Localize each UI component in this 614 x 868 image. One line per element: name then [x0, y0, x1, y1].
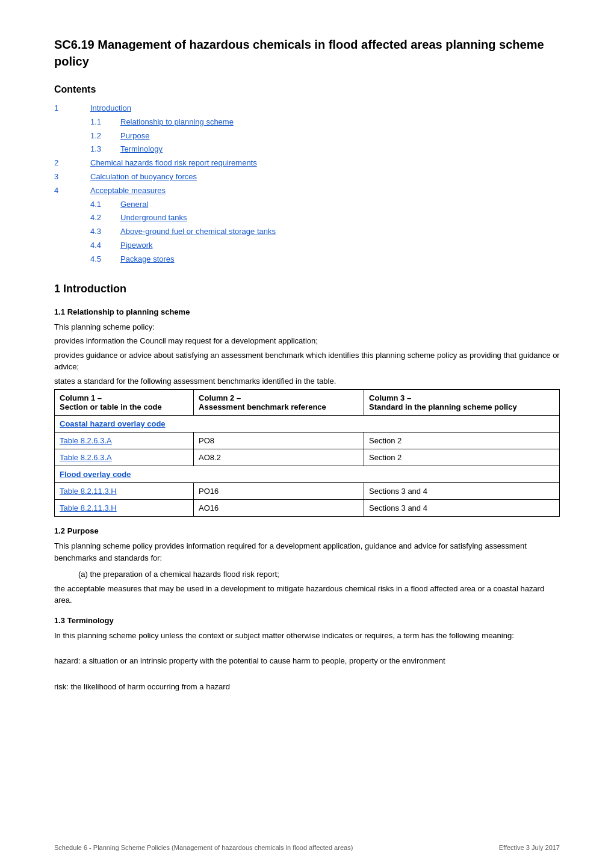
toc-num: 4	[54, 185, 90, 197]
table-cell-col3: Section 2	[364, 432, 560, 449]
subsection-1-1-heading: 1.1 Relationship to planning scheme	[54, 307, 560, 316]
para-1-3-3: risk: the likelihood of harm occurring f…	[54, 681, 560, 693]
footer-right: Effective 3 July 2017	[499, 844, 560, 851]
toc-item[interactable]: 4Acceptable measures	[54, 185, 560, 197]
subsection-1-3-heading: 1.3 Terminology	[54, 616, 560, 625]
para-1-1-1: This planning scheme policy:	[54, 321, 560, 333]
toc-num: 1	[54, 102, 90, 115]
section-1-heading: 1 Introduction	[54, 283, 560, 295]
document-title: SC6.19 Management of hazardous chemicals…	[54, 36, 560, 70]
para-1-1-3: provides guidance or advice about satisf…	[54, 349, 560, 373]
table-cell-col3: Sections 3 and 4	[364, 500, 560, 517]
table-section-label[interactable]: Flood overlay code	[55, 466, 560, 483]
para-1-2-1: This planning scheme policy provides inf…	[54, 540, 560, 564]
toc-sub-link[interactable]: General	[120, 199, 148, 211]
toc-sub-link[interactable]: Relationship to planning scheme	[120, 116, 234, 129]
toc-sub-num: 1.2	[90, 130, 120, 143]
para-1-1-4: states a standard for the following asse…	[54, 375, 560, 387]
table-cell-col2: AO16	[194, 500, 364, 517]
toc-sub-num: 4.5	[90, 253, 120, 266]
table-cell-col1[interactable]: Table 8.2.11.3.H	[55, 500, 194, 517]
table-cell-col3: Sections 3 and 4	[364, 483, 560, 500]
para-1-1-2: provides information the Council may req…	[54, 335, 560, 347]
table-cell-col1[interactable]: Table 8.2.6.3.A	[55, 449, 194, 466]
toc-item[interactable]: 2Chemical hazards flood risk report requ…	[54, 157, 560, 170]
subsection-1-2-heading: 1.2 Purpose	[54, 526, 560, 535]
toc-sub-item[interactable]: 1.1Relationship to planning scheme	[54, 116, 560, 129]
para-1-2-2: (a) the preparation of a chemical hazard…	[54, 568, 560, 580]
toc-link[interactable]: Chemical hazards flood risk report requi…	[90, 157, 257, 170]
table-row: Table 8.2.6.3.APO8Section 2	[55, 432, 560, 449]
toc-item[interactable]: 1Introduction	[54, 102, 560, 115]
table-cell-col1[interactable]: Table 8.2.11.3.H	[55, 483, 194, 500]
toc-sub-item[interactable]: 4.2Underground tanks	[54, 212, 560, 224]
table-col1-header: Column 1 –Section or table in the code	[55, 390, 194, 416]
footer-left: Schedule 6 - Planning Scheme Policies (M…	[54, 844, 353, 851]
toc-sub-num: 4.1	[90, 199, 120, 211]
toc-sub-link[interactable]: Above-ground fuel or chemical storage ta…	[120, 226, 276, 238]
subsection-1-3: 1.3 Terminology In this planning scheme …	[54, 616, 560, 693]
toc-sub-link[interactable]: Purpose	[120, 130, 149, 143]
table-cell-col2: AO8.2	[194, 449, 364, 466]
toc-sub-link[interactable]: Terminology	[120, 143, 163, 156]
toc-sub-num: 4.4	[90, 239, 120, 252]
toc-sub-item[interactable]: 1.2Purpose	[54, 130, 560, 143]
table-cell-col3: Section 2	[364, 449, 560, 466]
table-section-label[interactable]: Coastal hazard overlay code	[55, 416, 560, 432]
toc-list: 1Introduction1.1Relationship to planning…	[54, 102, 560, 266]
toc-sub-item[interactable]: 4.5Package stores	[54, 253, 560, 266]
toc-sub-num: 1.1	[90, 116, 120, 129]
table-row: Table 8.2.11.3.HAO16Sections 3 and 4	[55, 500, 560, 517]
para-1-2-3: the acceptable measures that may be used…	[54, 583, 560, 606]
toc-sub-num: 4.3	[90, 226, 120, 238]
main-section: 1 Introduction 1.1 Relationship to plann…	[54, 283, 560, 693]
toc-sub-item[interactable]: 4.4Pipework	[54, 239, 560, 252]
toc-sub-item[interactable]: 1.3Terminology	[54, 143, 560, 156]
contents-section: Contents 1Introduction1.1Relationship to…	[54, 84, 560, 266]
page-footer: Schedule 6 - Planning Scheme Policies (M…	[0, 844, 614, 851]
toc-num: 2	[54, 157, 90, 170]
subsection-1-1: 1.1 Relationship to planning scheme This…	[54, 307, 560, 517]
toc-sub-link[interactable]: Pipework	[120, 239, 152, 252]
toc-link[interactable]: Calculation of buoyancy forces	[90, 171, 197, 183]
toc-sub-num: 4.2	[90, 212, 120, 224]
toc-link[interactable]: Introduction	[90, 102, 131, 115]
toc-num: 3	[54, 171, 90, 183]
para-1-3-1: In this planning scheme policy unless th…	[54, 630, 560, 642]
table-row: Table 8.2.6.3.AAO8.2Section 2	[55, 449, 560, 466]
contents-heading: Contents	[54, 84, 560, 95]
table-cell-col2: PO16	[194, 483, 364, 500]
toc-sub-item[interactable]: 4.1General	[54, 199, 560, 211]
toc-link[interactable]: Acceptable measures	[90, 185, 166, 197]
toc-item[interactable]: 3Calculation of buoyancy forces	[54, 171, 560, 183]
table-cell-col2: PO8	[194, 432, 364, 449]
toc-sub-item[interactable]: 4.3Above-ground fuel or chemical storage…	[54, 226, 560, 238]
toc-sub-link[interactable]: Underground tanks	[120, 212, 187, 224]
toc-sub-num: 1.3	[90, 143, 120, 156]
table-col3-header: Column 3 –Standard in the planning schem…	[364, 390, 560, 416]
subsection-1-2: 1.2 Purpose This planning scheme policy …	[54, 526, 560, 606]
toc-sub-link[interactable]: Package stores	[120, 253, 175, 266]
assessment-benchmark-table: Column 1 –Section or table in the code C…	[54, 389, 560, 517]
table-col2-header: Column 2 –Assessment benchmark reference	[194, 390, 364, 416]
para-1-3-2: hazard: a situation or an intrinsic prop…	[54, 655, 560, 667]
table-row: Table 8.2.11.3.HPO16Sections 3 and 4	[55, 483, 560, 500]
table-cell-col1[interactable]: Table 8.2.6.3.A	[55, 432, 194, 449]
